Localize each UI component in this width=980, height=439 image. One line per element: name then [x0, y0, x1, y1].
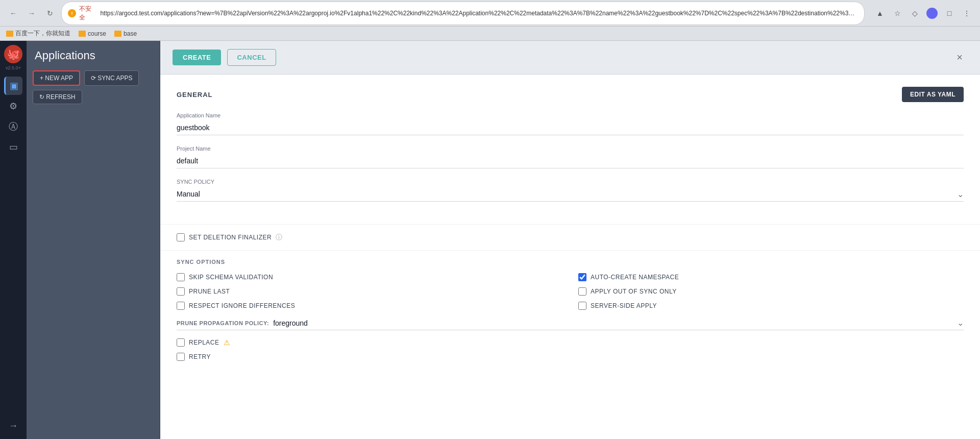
new-app-label: + NEW APP [40, 75, 73, 82]
replace-item: REPLACE ⚠ [177, 338, 964, 347]
skip-schema-validation-item: SKIP SCHEMA VALIDATION [177, 273, 562, 281]
apply-out-of-sync-only-item: APPLY OUT OF SYNC ONLY [578, 287, 964, 296]
sidebar: 🐙 v2.5.0+ ▣ ⚙ Ⓐ ▭ → [0, 41, 27, 439]
general-title: GENERAL [177, 91, 213, 99]
sidebar-item-apps[interactable]: ▣ [4, 77, 22, 95]
application-name-field: Application Name [177, 112, 964, 135]
form-area: GENERAL EDIT AS YAML Application Name Pr… [160, 75, 980, 439]
retry-checkbox[interactable] [177, 353, 185, 361]
project-name-input[interactable] [177, 154, 964, 168]
retry-item: RETRY [177, 353, 964, 361]
bookmark-base-label: base [124, 30, 137, 37]
replace-warning-icon: ⚠ [224, 338, 231, 347]
server-side-apply-label: SERVER-SIDE APPLY [591, 302, 657, 309]
sidebar-item-settings[interactable]: ⚙ [4, 97, 22, 115]
version-label: v2.5.0+ [6, 65, 21, 70]
apply-out-of-sync-only-label: APPLY OUT OF SYNC ONLY [591, 288, 677, 295]
bookmark-button[interactable]: ☆ [890, 6, 904, 20]
application-name-input[interactable] [177, 120, 964, 135]
deletion-finalizer-section: SET DELETION FINALIZER ⓘ [160, 225, 980, 251]
bookmarks-bar: 百度一下，你就知道 course base [0, 27, 980, 41]
bookmark-base[interactable]: base [114, 30, 137, 37]
main-content: CREATE CANCEL × GENERAL EDIT AS YAML App… [160, 41, 980, 439]
new-app-button[interactable]: + NEW APP [33, 70, 80, 86]
deletion-finalizer-info-icon: ⓘ [276, 233, 283, 242]
reload-button[interactable]: ↻ [43, 6, 57, 20]
app-logo: 🐙 [4, 45, 22, 63]
security-label: 不安全 [79, 5, 97, 22]
course-icon [79, 31, 86, 37]
prune-last-checkbox[interactable] [177, 287, 185, 296]
profile-avatar[interactable] [925, 6, 939, 20]
prune-propagation-value: foreground [273, 319, 953, 327]
back-button[interactable]: ← [6, 6, 20, 20]
url-text: https://argocd.test.com/applications?new… [100, 10, 858, 17]
auto-create-namespace-checkbox[interactable] [578, 273, 586, 281]
sidebar-item-user[interactable]: Ⓐ [4, 117, 22, 136]
browser-bar: ← → ↻ ! 不安全 https://argocd.test.com/appl… [0, 0, 980, 27]
bookmark-course-label: course [88, 30, 106, 37]
auto-create-namespace-item: AUTO-CREATE NAMESPACE [578, 273, 964, 281]
general-section: GENERAL EDIT AS YAML Application Name Pr… [160, 75, 980, 225]
deletion-finalizer-label: SET DELETION FINALIZER [189, 234, 272, 241]
replace-label: REPLACE [189, 339, 219, 346]
refresh-button[interactable]: ↻ REFRESH [33, 90, 82, 104]
section-header: GENERAL EDIT AS YAML [177, 87, 964, 102]
server-side-apply-checkbox[interactable] [578, 302, 586, 310]
prune-propagation-arrow-icon: ⌄ [957, 318, 964, 328]
sync-policy-field: SYNC POLICY Manual Automatic ⌄ [177, 179, 964, 202]
minimize-button[interactable]: □ [942, 6, 957, 20]
app-container: 🐙 v2.5.0+ ▣ ⚙ Ⓐ ▭ → Applications + NEW A… [0, 41, 980, 439]
sync-options-section: SYNC OPTIONS SKIP SCHEMA VALIDATION AUTO… [160, 251, 980, 369]
bookmark-baidu-label: 百度一下，你就知道 [15, 29, 70, 38]
left-panel-title: Applications [35, 49, 95, 62]
sidebar-collapse-button[interactable]: → [4, 417, 22, 435]
create-button[interactable]: CREATE [173, 50, 221, 65]
retry-label: RETRY [189, 353, 211, 360]
sync-policy-select-wrapper: Manual Automatic ⌄ [177, 187, 964, 202]
prune-propagation-label: PRUNE PROPAGATION POLICY: [177, 320, 269, 326]
left-panel-header: Applications [27, 41, 160, 70]
application-name-label: Application Name [177, 112, 964, 118]
server-side-apply-item: SERVER-SIDE APPLY [578, 302, 964, 310]
apply-out-of-sync-only-checkbox[interactable] [578, 287, 586, 296]
forward-button[interactable]: → [24, 6, 39, 20]
skip-schema-validation-checkbox[interactable] [177, 273, 185, 281]
more-menu-button[interactable]: ⋮ [960, 6, 974, 20]
prune-last-label: PRUNE LAST [189, 288, 230, 295]
sync-options-title: SYNC OPTIONS [177, 259, 964, 265]
security-warning-icon: ! [68, 9, 76, 17]
base-icon [114, 31, 121, 37]
respect-ignore-differences-checkbox[interactable] [177, 302, 185, 310]
skip-schema-validation-label: SKIP SCHEMA VALIDATION [189, 274, 273, 281]
sync-options-grid: SKIP SCHEMA VALIDATION AUTO-CREATE NAMES… [177, 273, 964, 310]
screenshot-button[interactable]: ▲ [873, 6, 887, 20]
sync-apps-label: ⟳ SYNC APPS [91, 75, 132, 82]
sidebar-item-docs[interactable]: ▭ [4, 138, 22, 156]
modal-close-button[interactable]: × [951, 50, 968, 66]
extension-puzzle[interactable]: ◇ [908, 6, 922, 20]
respect-ignore-differences-item: RESPECT IGNORE DIFFERENCES [177, 302, 562, 310]
bookmark-baidu[interactable]: 百度一下，你就知道 [6, 29, 70, 38]
cancel-button[interactable]: CANCEL [227, 49, 276, 66]
refresh-label: ↻ REFRESH [39, 93, 76, 101]
project-name-field: Project Name [177, 145, 964, 168]
modal-header: CREATE CANCEL × [160, 41, 980, 75]
user-avatar [926, 8, 938, 19]
baidu-icon [6, 31, 13, 37]
bookmark-course[interactable]: course [79, 30, 106, 37]
deletion-finalizer-checkbox[interactable] [177, 233, 185, 241]
deletion-finalizer-item: SET DELETION FINALIZER ⓘ [177, 233, 964, 242]
prune-last-item: PRUNE LAST [177, 287, 562, 296]
left-panel: Applications + NEW APP ⟳ SYNC APPS ↻ REF… [27, 41, 160, 439]
sync-policy-select[interactable]: Manual Automatic [177, 187, 964, 201]
prune-propagation-row: PRUNE PROPAGATION POLICY: foreground ⌄ [177, 318, 964, 330]
url-bar[interactable]: ! 不安全 https://argocd.test.com/applicatio… [61, 2, 865, 25]
auto-create-namespace-label: AUTO-CREATE NAMESPACE [591, 274, 679, 281]
replace-checkbox[interactable] [177, 338, 185, 347]
left-panel-actions: + NEW APP ⟳ SYNC APPS ↻ REFRESH [27, 70, 160, 110]
sync-apps-button[interactable]: ⟳ SYNC APPS [84, 70, 139, 86]
edit-yaml-button[interactable]: EDIT AS YAML [902, 87, 964, 102]
sync-policy-label: SYNC POLICY [177, 179, 964, 185]
project-name-label: Project Name [177, 145, 964, 152]
